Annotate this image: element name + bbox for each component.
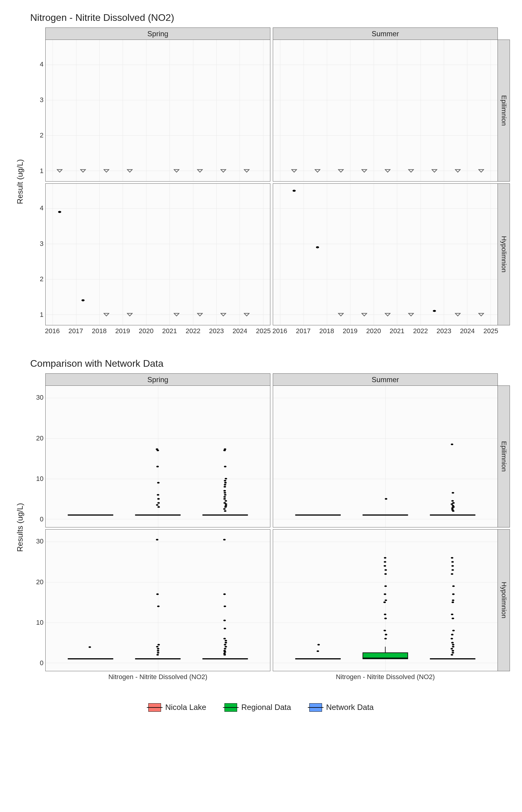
- svg-point-16: [157, 498, 160, 500]
- svg-point-123: [384, 593, 386, 595]
- svg-point-34: [223, 496, 226, 498]
- svg-point-85: [156, 593, 159, 595]
- svg-point-122: [385, 599, 387, 601]
- svg-point-35: [224, 494, 226, 495]
- svg-point-144: [451, 618, 454, 619]
- legend-key-icon: [148, 703, 161, 712]
- svg-point-21: [156, 448, 158, 450]
- x-axis-label: Nitrogen - Nitrite Dissolved (NO2): [45, 673, 270, 681]
- panel-spring-hypo: [45, 529, 270, 671]
- svg-point-102: [223, 620, 226, 621]
- svg-point-81: [157, 648, 159, 649]
- svg-point-65: [452, 502, 455, 504]
- svg-point-45: [224, 448, 226, 450]
- svg-point-36: [223, 492, 226, 493]
- svg-point-92: [223, 653, 226, 654]
- svg-point-104: [223, 593, 226, 595]
- facet-col-summer: Summer: [273, 373, 498, 385]
- panel-spring-hypo: [45, 183, 270, 325]
- svg-point-153: [451, 561, 454, 563]
- panel-summer-epi: [273, 385, 498, 527]
- svg-point-152: [451, 565, 454, 567]
- legend: Nicola Lake Regional Data Network Data: [12, 703, 510, 712]
- svg-point-67: [451, 492, 454, 493]
- legend-item-nicola: Nicola Lake: [148, 703, 206, 712]
- svg-point-138: [452, 646, 454, 647]
- svg-point-126: [385, 569, 387, 571]
- svg-point-79: [157, 652, 159, 653]
- svg-point-86: [156, 539, 158, 541]
- svg-point-128: [384, 561, 386, 563]
- svg-point-66: [451, 500, 454, 502]
- y-axis-label: Result (ug/L): [15, 159, 25, 204]
- svg-point-78: [157, 654, 159, 655]
- svg-point-151: [451, 569, 454, 571]
- svg-point-105: [223, 539, 226, 541]
- svg-point-98: [225, 642, 227, 644]
- svg-point-142: [451, 634, 454, 635]
- svg-point-150: [451, 573, 453, 575]
- svg-point-118: [384, 630, 386, 631]
- svg-point-26: [224, 510, 226, 512]
- svg-point-145: [451, 613, 454, 615]
- svg-point-17: [157, 494, 159, 495]
- svg-point-39: [224, 484, 226, 485]
- svg-point-146: [451, 602, 454, 603]
- svg-point-94: [223, 650, 226, 652]
- timeseries-chart: Nitrogen - Nitrite Dissolved (NO2) Resul…: [12, 12, 510, 337]
- chart-title: Nitrogen - Nitrite Dissolved (NO2): [30, 12, 510, 23]
- svg-point-143: [452, 630, 455, 631]
- svg-point-101: [223, 628, 226, 629]
- facet-row-epi: Epilimnion: [498, 40, 510, 182]
- panel-spring-epi: [45, 385, 270, 527]
- svg-point-99: [225, 640, 227, 641]
- svg-point-43: [224, 466, 226, 467]
- svg-point-137: [450, 648, 453, 649]
- svg-point-121: [383, 602, 386, 603]
- svg-point-96: [224, 646, 227, 647]
- svg-point-111: [318, 644, 320, 646]
- panel-summer-hypo: [273, 529, 498, 671]
- svg-point-125: [384, 573, 387, 575]
- facet-col-spring: Spring: [45, 373, 270, 385]
- facet-row-epi: Epilimnion: [498, 385, 510, 527]
- svg-point-42: [225, 478, 227, 480]
- svg-point-14: [156, 504, 158, 506]
- svg-point-32: [224, 500, 227, 502]
- svg-point-141: [451, 638, 453, 639]
- svg-point-129: [384, 557, 386, 559]
- legend-item-network: Network Data: [309, 703, 374, 712]
- facet-row-hypo: Hypolimnion: [498, 183, 510, 325]
- svg-point-120: [384, 613, 386, 615]
- svg-point-149: [452, 585, 455, 587]
- svg-point-100: [223, 638, 226, 639]
- svg-point-80: [157, 650, 159, 652]
- svg-point-18: [157, 482, 160, 483]
- svg-point-33: [223, 498, 226, 500]
- svg-point-38: [223, 486, 226, 488]
- svg-point-27: [223, 508, 226, 510]
- panel-summer-hypo: [273, 183, 498, 325]
- svg-point-124: [384, 585, 387, 587]
- svg-point-103: [223, 605, 226, 607]
- svg-point-37: [223, 490, 226, 491]
- svg-point-60: [451, 509, 454, 510]
- svg-point-116: [384, 638, 387, 639]
- svg-point-95: [224, 648, 226, 649]
- legend-label: Network Data: [326, 703, 374, 712]
- svg-point-135: [451, 652, 454, 653]
- chart-title: Comparison with Network Data: [30, 358, 510, 369]
- svg-point-84: [157, 605, 160, 607]
- svg-point-119: [384, 618, 387, 619]
- svg-point-73: [88, 647, 91, 648]
- svg-point-83: [157, 644, 160, 646]
- svg-point-41: [224, 480, 226, 482]
- svg-point-64: [451, 503, 453, 505]
- panel-summer-epi: [273, 40, 498, 182]
- svg-point-154: [451, 557, 453, 559]
- svg-point-136: [451, 650, 454, 652]
- svg-point-139: [452, 644, 454, 646]
- svg-point-0: [58, 211, 61, 213]
- legend-label: Nicola Lake: [165, 703, 206, 712]
- facet-row-hypo: Hypolimnion: [498, 529, 510, 671]
